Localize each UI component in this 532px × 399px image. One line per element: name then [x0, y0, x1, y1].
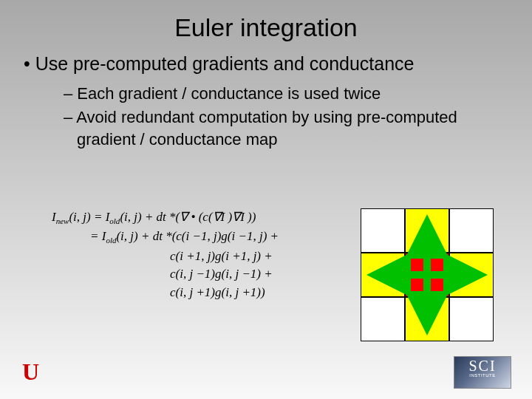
stencil-grid	[361, 208, 494, 341]
grid-cell	[449, 297, 494, 341]
main-bullet: Use pre-computed gradients and conductan…	[22, 52, 510, 75]
grid-cell-center	[405, 253, 449, 297]
grid-cell	[449, 253, 494, 297]
sub-bullet-list: Each gradient / conductance is used twic…	[22, 75, 510, 150]
grid-cell	[449, 208, 494, 253]
grid-cell	[405, 208, 449, 253]
grid-cell	[405, 297, 449, 341]
sci-logo-text: SCI	[468, 358, 496, 373]
grid-cell	[361, 208, 405, 253]
formula: Inew(i, j) = Iold(i, j) + dt *(∇ • (c(∇I…	[52, 208, 279, 302]
sub-bullet-2: Avoid redundant computation by using pre…	[64, 106, 510, 150]
sub-bullet-1: Each gradient / conductance is used twic…	[64, 83, 510, 105]
grid-cell	[361, 253, 405, 297]
utah-logo: U	[22, 358, 39, 386]
sci-logo-subtext: INSTITUTE	[469, 373, 496, 378]
sci-logo: SCI INSTITUTE	[454, 356, 511, 389]
grid-cell	[361, 297, 405, 341]
slide-title: Euler integration	[0, 0, 532, 42]
slide-content: Use pre-computed gradients and conductan…	[0, 42, 532, 150]
